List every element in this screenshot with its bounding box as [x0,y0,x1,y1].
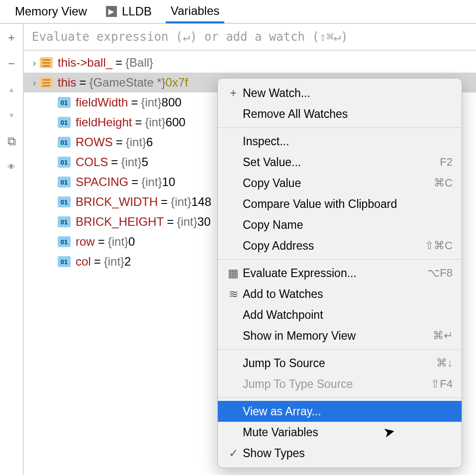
menu-separator [218,259,462,260]
menu-item-label: Compare Value with Clipboard [243,197,453,211]
menu-item-add-to-watches[interactable]: ≋Add to Watches [218,284,462,304]
menu-item-label: Show Types [243,447,453,460]
variable-name: BRICK_WIDTH [76,195,158,209]
move-down-button[interactable]: ▼ [4,108,18,122]
menu-item-label: Remove All Watches [243,107,453,121]
primitive-icon: 01 [58,117,71,128]
triangle-up-icon: ▲ [8,86,15,94]
variable-value: 0 [128,235,135,249]
menu-item-compare-value-with-clipboard[interactable]: Compare Value with Clipboard [218,193,462,214]
menu-item-show-types[interactable]: ✓Show Types [218,443,462,464]
menu-item-remove-all-watches[interactable]: Remove All Watches [218,103,462,124]
evaluate-expression-input[interactable]: Evaluate expression (↵) or add a watch (… [24,24,476,51]
variable-value: 6 [146,135,153,149]
menu-item-shortcut: ⌘↓ [436,357,453,370]
primitive-icon: 01 [58,216,71,227]
variable-value: 30 [197,215,211,229]
variable-address: 0x7f [166,76,188,90]
menu-item-label: Copy Address [243,239,425,253]
variable-name: COLS [76,155,108,169]
watch-gutter: + − ▲ ▼ ⧉ 👁 [0,24,24,475]
expand-chevron-icon[interactable]: › [29,77,40,89]
placeholder-text: Evaluate expression (↵) or add a watch (… [32,30,348,44]
primitive-icon: 01 [58,137,71,148]
menu-item-shortcut: ⇧⌘C [425,239,453,252]
variable-name: ROWS [76,135,113,149]
menu-separator [218,349,462,350]
add-watch-button[interactable]: + [4,31,18,45]
menu-item-label: Mute Variables [243,426,453,439]
plus-icon: + [8,31,15,45]
variable-value: 5 [142,155,148,169]
variable-type: {int} [121,155,141,169]
menu-item-set-value[interactable]: Set Value...F2 [218,152,462,173]
variable-name: this [58,76,76,90]
menu-item-shortcut: ⌘↵ [433,329,453,342]
variable-name: this->ball_ [58,56,112,70]
variable-type: {int} [141,175,162,189]
menu-separator [218,397,462,398]
menu-item-label: View as Array... [243,405,453,418]
duplicate-button[interactable]: ⧉ [4,134,18,148]
tab-memory-view[interactable]: Memory View [10,0,92,23]
variable-value: 800 [162,95,182,109]
expand-chevron-icon[interactable]: › [29,57,40,69]
menu-item-add-watchpoint[interactable]: Add Watchpoint [218,304,462,325]
primitive-icon: 01 [58,196,71,207]
menu-item-shortcut: ⇧F4 [431,378,453,390]
variable-value: 148 [191,195,211,209]
menu-item-mute-variables[interactable]: Mute Variables [218,422,462,443]
tab-label: LLDB [122,4,152,18]
variable-name: BRICK_HEIGHT [76,215,164,229]
menu-glyph-icon: ≋ [224,287,243,301]
variable-type: {int} [108,235,128,249]
variable-type: {int} [145,115,165,129]
variable-row[interactable]: ›this->ball_ = {Ball} [24,53,476,73]
menu-item-new-watch[interactable]: +New Watch... [218,83,462,103]
primitive-icon: 01 [58,256,71,267]
object-icon [40,77,53,88]
menu-item-label: Jump To Type Source [243,378,431,391]
menu-item-evaluate-expression[interactable]: ▦Evaluate Expression...⌥F8 [218,263,462,284]
variable-name: fieldWidth [76,95,128,109]
tab-variables[interactable]: Variables [166,0,224,23]
eye-icon: 👁 [7,163,15,172]
variable-type: {int} [171,195,191,209]
menu-separator [218,127,462,128]
variable-type: {int} [104,255,124,269]
variable-type: {int} [141,95,161,109]
menu-item-shortcut: ⌥F8 [427,267,453,280]
menu-item-label: Inspect... [243,135,453,148]
menu-item-jump-to-type-source: Jump To Type Source⇧F4 [218,374,462,394]
show-watches-button[interactable]: 👁 [4,160,18,174]
menu-item-label: Show in Memory View [243,329,433,343]
menu-item-show-in-memory-view[interactable]: Show in Memory View⌘↵ [218,325,462,346]
variable-type: {GameState *} [89,76,165,90]
move-up-button[interactable]: ▲ [4,83,18,96]
menu-item-inspect[interactable]: Inspect... [218,131,462,152]
debug-tool-tabs: Memory View ▶ LLDB Variables [0,0,476,24]
variable-name: row [76,235,95,249]
variable-value: 2 [124,255,131,269]
menu-item-label: Add to Watches [243,287,453,301]
menu-item-view-as-array[interactable]: View as Array... [218,401,462,422]
menu-item-jump-to-source[interactable]: Jump To Source⌘↓ [218,353,462,374]
menu-item-shortcut: F2 [440,156,453,169]
menu-item-copy-name[interactable]: Copy Name [218,214,462,235]
variable-type: {int} [126,135,146,149]
menu-item-copy-value[interactable]: Copy Value⌘C [218,173,462,193]
menu-item-shortcut: ⌘C [434,177,453,190]
tab-lldb[interactable]: ▶ LLDB [101,0,157,23]
triangle-down-icon: ▼ [8,111,15,119]
menu-glyph-icon: ✓ [224,447,243,460]
menu-item-label: Add Watchpoint [243,308,453,322]
menu-item-label: Evaluate Expression... [243,267,427,280]
menu-item-label: Copy Value [243,177,434,190]
tab-label: Variables [171,4,219,18]
variable-type: {int} [177,215,197,229]
remove-watch-button[interactable]: − [4,57,18,71]
primitive-icon: 01 [58,177,71,188]
menu-item-label: Set Value... [243,156,440,169]
object-icon [40,57,53,68]
menu-item-copy-address[interactable]: Copy Address⇧⌘C [218,235,462,256]
